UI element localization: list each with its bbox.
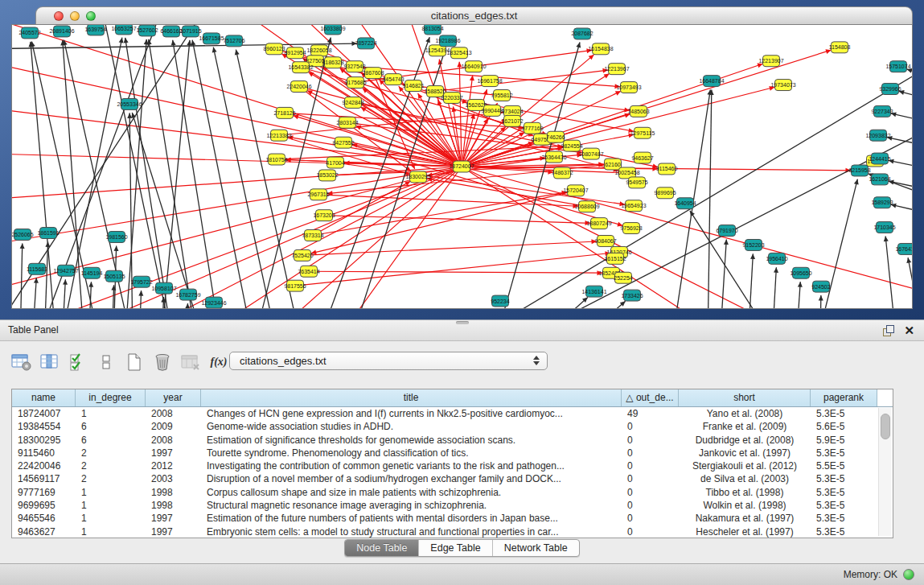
table-row[interactable]: 911546021997Tourette syndrome. Phenomeno… [12,447,893,459]
network-node[interactable]: 252254 [614,272,632,283]
network-node[interactable]: 7873314 [302,230,323,241]
network-node[interactable]: 20553346 [117,98,142,109]
network-node[interactable]: 12213383 [266,130,291,141]
column-header-out_de[interactable]: △ out_de... [622,389,679,406]
network-node[interactable]: 1621064 [869,174,890,185]
network-node[interactable]: 1981560 [105,232,127,243]
delete-column-button[interactable] [152,352,173,373]
tab-node-table[interactable]: Node Table [345,540,419,556]
table-settings-button[interactable] [11,352,32,373]
table-row[interactable]: 977716911998Corpus callosum shape and si… [12,486,893,499]
table-row[interactable]: 969969511998Structural magnetic resonanc… [12,499,893,512]
network-node[interactable]: 9824554 [561,140,582,151]
network-node[interactable]: 1095650 [790,267,811,278]
column-header-year[interactable]: year [146,389,201,406]
split-divider-grip[interactable] [456,321,469,324]
column-header-name[interactable]: name [12,389,76,406]
network-node[interactable]: 1527602 [136,25,158,36]
network-node[interactable]: 1676412 [895,243,912,254]
network-node[interactable]: 1154808 [829,42,851,53]
zoom-window-icon[interactable] [86,11,96,21]
network-node[interactable]: 2967315 [307,189,329,200]
network-node[interactable]: 1589293 [871,197,893,208]
network-node[interactable]: 7525420 [291,249,313,261]
network-node[interactable]: 25364436 [541,151,566,163]
network-node[interactable]: 1861591 [37,228,59,239]
network-node[interactable]: 12213967 [604,64,629,75]
network-node[interactable]: 8912954 [284,47,306,59]
network-node[interactable]: 952234 [491,295,509,307]
show-columns-button[interactable] [39,352,60,373]
network-node[interactable]: 15751074 [885,61,910,72]
network-node[interactable]: 9227343 [871,105,893,117]
network-node[interactable]: 9463627 [631,152,653,163]
network-canvas[interactable]: 1872400718300295896012389129541822605818… [11,24,913,309]
network-node[interactable]: 14136141 [581,286,606,297]
table-row[interactable]: 1938455462009Genome-wide association stu… [12,420,893,433]
network-node[interactable]: 1710345 [873,222,895,233]
delete-table-button-disabled[interactable] [180,352,201,373]
network-node[interactable]: 18325413 [446,47,471,59]
network-node[interactable]: 2405572 [18,27,40,39]
new-column-button[interactable] [124,352,145,373]
network-node[interactable]: 62160 [605,159,622,170]
network-node[interactable]: 1795722 [130,276,152,287]
network-node[interactable]: 9549575 [626,177,647,188]
network-node[interactable]: 16033809 [320,25,345,35]
network-node[interactable]: 1639754 [84,25,106,35]
network-node[interactable]: 19734073 [770,80,795,91]
network-node[interactable]: 16154838 [588,43,613,55]
network-node[interactable]: 2867608 [362,68,384,79]
network-node[interactable]: 2803144 [336,117,358,128]
network-node[interactable]: 1505135 [103,270,125,282]
network-node[interactable]: 1733426 [621,290,643,301]
network-node[interactable]: 9242848 [342,97,363,108]
network-node[interactable]: 10807487 [578,148,603,159]
network-node[interactable]: 2718126 [273,107,295,118]
table-select-dropdown[interactable]: citations_edges.txt [229,352,548,370]
network-node[interactable]: 8813054 [421,25,443,35]
network-node[interactable]: 9084067 [594,236,616,247]
network-node[interactable]: 1853022 [316,170,338,181]
network-node[interactable]: 9777169 [521,122,543,134]
network-node[interactable]: 16640910 [461,61,486,72]
column-header-pagerank[interactable]: pagerank [811,389,877,406]
network-node[interactable]: 8960123 [263,43,285,55]
network-node[interactable]: 924502 [811,281,830,292]
network-node[interactable]: 1145194 [81,267,103,278]
minimize-window-icon[interactable] [70,11,80,21]
network-node[interactable]: 9175685 [344,77,366,89]
network-node[interactable]: 7955812 [491,90,512,101]
network-node[interactable]: 1673203 [313,210,335,221]
network-node[interactable]: 1640954 [674,198,696,209]
network-node[interactable]: 7857224 [355,38,376,49]
network-node[interactable]: 2087682 [571,28,593,39]
select-columns-button[interactable] [68,352,88,373]
network-node[interactable]: 12213907 [758,56,783,67]
network-svg[interactable]: 1872400718300295896012389129541822605818… [12,25,912,308]
table-row[interactable]: 1456911722003Disruption of a novel membe… [12,472,893,485]
network-node[interactable]: 417004 [326,157,344,168]
network-node[interactable]: 9899695 [654,187,676,199]
network-node[interactable]: 10958107 [151,282,176,294]
network-node[interactable]: 8454743 [382,74,404,85]
network-node[interactable]: 1615152 [604,253,626,264]
tab-network-table[interactable]: Network Table [493,540,579,556]
memory-status-icon[interactable] [903,569,914,580]
column-header-in_degree[interactable]: in_degree [76,389,146,406]
network-node[interactable]: 8215958 [848,165,870,176]
network-node[interactable]: 12093832 [865,130,890,141]
table-row[interactable]: 1830029562008Estimation of significance … [12,434,893,447]
table-row[interactable]: 946554611997Estimation of the future num… [12,512,893,525]
network-node[interactable]: 16671585 [199,33,224,44]
network-node[interactable]: 10653257 [111,25,136,35]
network-node[interactable]: 7512706 [223,35,244,47]
network-node[interactable]: 7485063 [627,105,649,117]
network-node[interactable]: 1115683 [27,263,47,274]
network-window-titlebar[interactable]: citations_edges.txt [35,6,913,26]
network-node[interactable]: 9756928 [620,223,642,234]
network-node[interactable]: 16782759 [175,289,200,300]
network-node[interactable]: 19654923 [621,200,646,212]
network-node[interactable]: 1956410 [766,253,787,264]
network-node[interactable]: 12975115 [630,127,655,138]
